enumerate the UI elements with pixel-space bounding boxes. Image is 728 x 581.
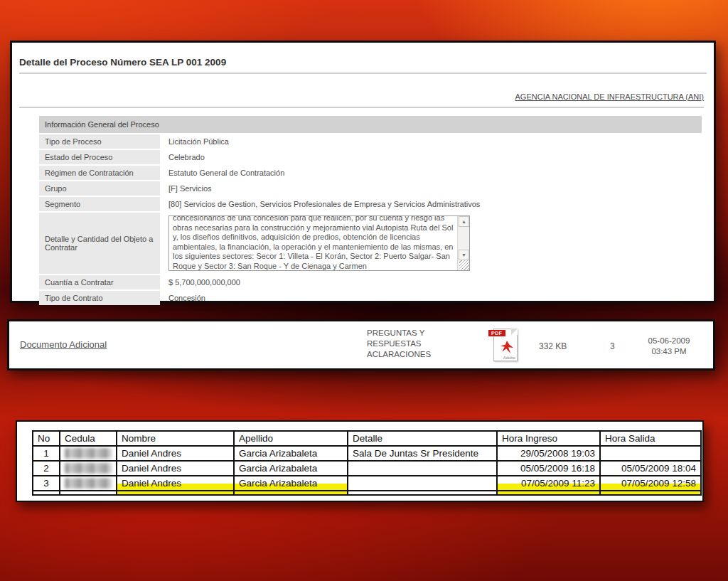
process-detail-panel: Detalle del Proceso Número SEA LP 001 20… — [10, 41, 716, 303]
cell-hora-salida: 07/05/2009 12:58 — [600, 476, 701, 491]
field-value: [F] Servicios — [161, 181, 702, 196]
table-row: 1 Daniel Andres Garcia Arizabaleta Sala … — [33, 446, 701, 461]
field-label: Cuantía a Contratar — [39, 275, 160, 289]
page-background: { "colors": { "background_orange": "#ff7… — [0, 0, 728, 581]
field-value: Licitación Pública — [161, 134, 702, 149]
cell-hora-ingreso: 29/05/2008 19:03 — [497, 446, 600, 461]
agency-link-row: AGENCIA NACIONAL DE INFRAESTRUCTURA (ANI… — [19, 90, 704, 108]
cell-hora-ingreso: 07/05/2009 11:23 — [497, 476, 600, 491]
cell-cedula — [60, 461, 117, 476]
field-value: Concesión — [161, 291, 702, 305]
cell-hora-ingreso: 05/05/2009 16:18 — [497, 461, 600, 476]
object-detail-textarea[interactable]: concesionarios de una concesión para que… — [168, 215, 470, 271]
header-nombre: Nombre — [117, 431, 234, 446]
cell-hora-salida: 05/05/2009 18:04 — [600, 461, 701, 476]
header-detalle: Detalle — [348, 431, 497, 446]
header-apellido: Apellido — [234, 431, 348, 446]
agency-link[interactable]: AGENCIA NACIONAL DE INFRAESTRUCTURA (ANI… — [515, 92, 704, 101]
redacted-cedula — [65, 448, 112, 459]
header-hora-salida: Hora Salida — [600, 431, 701, 446]
cell-hora-salida — [600, 446, 701, 461]
document-size: 332 KB — [539, 341, 567, 351]
redacted-cedula — [65, 478, 112, 489]
field-label: Grupo — [39, 181, 160, 196]
field-label: Estado del Proceso — [39, 150, 160, 164]
header-no: No — [33, 431, 60, 446]
pdf-badge: PDF — [488, 330, 505, 336]
table-row-highlighted: 3 Daniel Andres Garcia Arizabaleta 07/05… — [33, 476, 701, 491]
cell-apellido: Garcia Arizabaleta — [234, 476, 348, 491]
pdf-file-icon[interactable]: Adobe PDF — [491, 327, 520, 363]
visitor-log-panel: No Cedula Nombre Apellido Detalle Hora I… — [16, 420, 704, 502]
adobe-watermark: Adobe — [503, 356, 515, 360]
field-value: Celebrado — [161, 150, 702, 164]
field-value: Estatuto General de Contratación — [161, 166, 702, 180]
cell-nombre: Daniel Andres — [117, 461, 234, 476]
field-row-objeto: Detalle y Cantidad del Objeto a Contrata… — [39, 213, 702, 274]
field-row-regimen: Régimen de Contratación Estatuto General… — [39, 166, 702, 180]
cell-apellido: Garcia Arizabaleta — [234, 446, 348, 461]
visitor-log-table: No Cedula Nombre Apellido Detalle Hora I… — [32, 430, 702, 496]
cell-no: 1 — [33, 446, 60, 461]
document-title: PREGUNTAS Y RESPUESTAS ACLARACIONES — [367, 328, 431, 360]
additional-document-panel: Documento Adicional PREGUNTAS Y RESPUEST… — [7, 319, 715, 371]
field-label: Detalle y Cantidad del Objeto a Contrata… — [39, 213, 160, 274]
document-time-value: 03:43 PM — [641, 346, 697, 357]
cell-no: 3 — [33, 476, 60, 491]
document-date-value: 05-06-2009 — [641, 336, 697, 346]
section-header: Información General del Proceso — [39, 116, 702, 133]
document-title-line: RESPUESTAS — [367, 339, 431, 349]
cell-detalle — [348, 461, 497, 476]
field-label: Régimen de Contratación — [39, 166, 160, 180]
documento-adicional-link[interactable]: Documento Adicional — [20, 339, 107, 350]
field-row-estado: Estado del Proceso Celebrado — [39, 150, 702, 164]
field-row-tipo-contrato: Tipo de Contrato Concesión — [39, 291, 702, 305]
cell-detalle — [348, 476, 497, 491]
page-title: Detalle del Proceso Número SEA LP 001 20… — [19, 57, 707, 74]
table-row: 2 Daniel Andres Garcia Arizabaleta 05/05… — [33, 461, 701, 476]
table-row-partial — [33, 491, 701, 495]
header-cedula: Cedula — [60, 431, 117, 446]
redacted-cedula — [65, 463, 112, 474]
object-detail-text: concesionarios de una concesión para que… — [169, 215, 469, 271]
process-info-table: Información General del Proceso Tipo de … — [39, 116, 702, 305]
scroll-down-arrow-icon[interactable]: ▼ — [459, 250, 469, 260]
field-label: Segmento — [39, 197, 160, 211]
cell-nombre: Daniel Andres — [117, 446, 234, 461]
resize-grip-icon[interactable] — [459, 260, 469, 270]
scroll-up-arrow-icon[interactable]: ▲ — [459, 216, 469, 227]
field-value: [80] Servicios de Gestion, Servicios Pro… — [161, 197, 702, 211]
field-row-segmento: Segmento [80] Servicios de Gestion, Serv… — [39, 197, 702, 211]
pdf-page-fold — [511, 329, 518, 335]
document-title-line: ACLARACIONES — [367, 349, 431, 360]
document-title-line: PREGUNTAS Y — [367, 328, 431, 339]
acrobat-logo-icon — [500, 341, 513, 353]
field-label: Tipo de Contrato — [39, 291, 160, 305]
field-value: $ 5,700,000,000,000 — [161, 275, 702, 289]
field-row-tipo-proceso: Tipo de Proceso Licitación Pública — [39, 134, 702, 149]
cell-apellido: Garcia Arizabaleta — [234, 461, 348, 476]
cell-detalle: Sala De Juntas Sr Presidente — [348, 446, 497, 461]
field-label: Tipo de Proceso — [39, 134, 160, 149]
table-header-row: No Cedula Nombre Apellido Detalle Hora I… — [33, 431, 701, 446]
document-page-count: 3 — [610, 341, 615, 351]
cell-no: 2 — [33, 461, 60, 476]
field-row-cuantia: Cuantía a Contratar $ 5,700,000,000,000 — [39, 275, 702, 289]
header-hora-ingreso: Hora Ingreso — [497, 431, 600, 446]
cell-cedula — [60, 476, 117, 491]
document-date: 05-06-2009 03:43 PM — [641, 336, 697, 357]
cell-nombre: Daniel Andres — [117, 476, 234, 491]
field-row-grupo: Grupo [F] Servicios — [39, 181, 702, 196]
field-value: concesionarios de una concesión para que… — [161, 213, 702, 274]
cell-cedula — [60, 446, 117, 461]
